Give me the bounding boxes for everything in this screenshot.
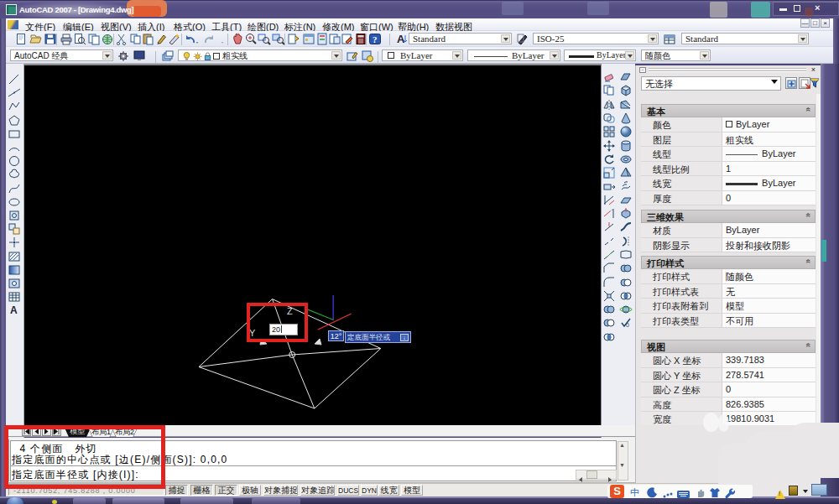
svg-text:?: ? — [373, 34, 378, 44]
svg-text:A: A — [397, 33, 405, 45]
svg-text:0: 0 — [626, 322, 629, 328]
svg-text:A: A — [10, 304, 18, 316]
